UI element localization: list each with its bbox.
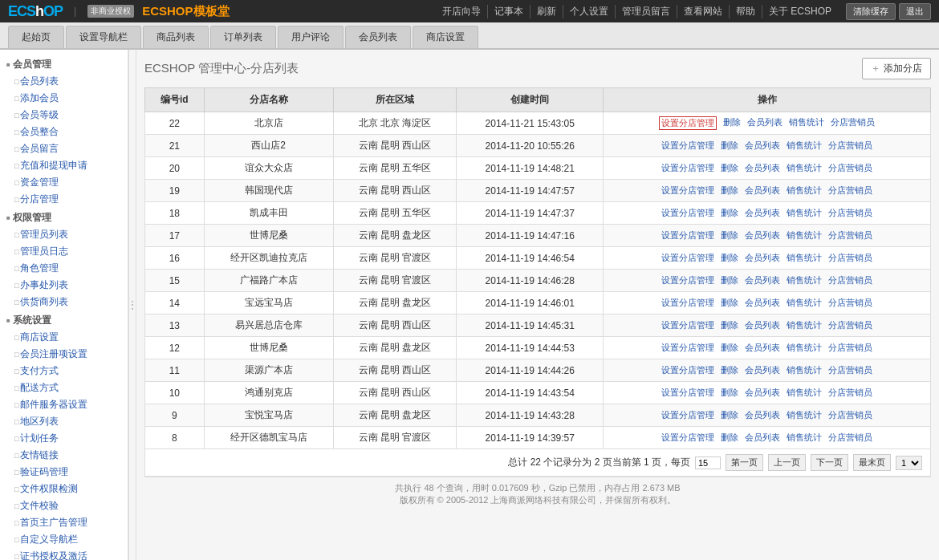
- sidebar-item-member-level[interactable]: 会员等级: [0, 107, 128, 124]
- topbar-link-about[interactable]: 关于 ECSHOP: [762, 5, 838, 18]
- action-link-2[interactable]: 会员列表: [745, 409, 780, 421]
- action-link-1[interactable]: 删除: [721, 207, 738, 219]
- action-link-0[interactable]: 设置分店管理: [661, 185, 714, 197]
- action-link-4[interactable]: 分店营销员: [828, 162, 872, 174]
- topbar-link-guide[interactable]: 开店向导: [436, 5, 488, 18]
- page-select[interactable]: 1 2: [896, 456, 922, 470]
- action-link-0[interactable]: 设置分店管理: [661, 252, 714, 264]
- sidebar-item-file-check[interactable]: 文件校验: [0, 497, 128, 514]
- action-link-1[interactable]: 删除: [721, 432, 738, 444]
- action-link-4[interactable]: 分店营销员: [828, 140, 872, 152]
- action-link-1[interactable]: 删除: [723, 116, 741, 130]
- action-link-3[interactable]: 销售统计: [789, 116, 824, 130]
- action-link-0[interactable]: 设置分店管理: [661, 432, 714, 444]
- sidebar-item-admin-log[interactable]: 管理员日志: [0, 243, 128, 260]
- action-link-2[interactable]: 会员列表: [745, 297, 780, 309]
- sidebar-item-member-reg[interactable]: 会员注册项设置: [0, 346, 128, 363]
- sidebar-item-admin-list[interactable]: 管理员列表: [0, 226, 128, 243]
- topbar-link-help[interactable]: 帮助: [730, 5, 762, 18]
- action-link-4[interactable]: 分店营销员: [828, 364, 872, 376]
- action-link-2[interactable]: 会员列表: [745, 162, 780, 174]
- topbar-link-settings[interactable]: 个人设置: [563, 5, 616, 18]
- action-link-0[interactable]: 设置分店管理: [661, 274, 714, 286]
- action-link-2[interactable]: 会员列表: [747, 116, 782, 130]
- action-link-4[interactable]: 分店营销员: [828, 409, 872, 421]
- action-link-0[interactable]: 设置分店管理: [661, 319, 714, 331]
- action-link-2[interactable]: 会员列表: [745, 342, 780, 354]
- action-link-1[interactable]: 删除: [721, 252, 738, 264]
- tab-store-settings[interactable]: 商店设置: [413, 26, 478, 48]
- add-branch-button[interactable]: 添加分店: [862, 58, 931, 79]
- action-setup-branch-highlighted[interactable]: 设置分店管理: [659, 116, 717, 130]
- action-link-4[interactable]: 分店营销员: [828, 229, 872, 241]
- topbar-link-notes[interactable]: 记事本: [488, 5, 530, 18]
- action-link-0[interactable]: 设置分店管理: [661, 297, 714, 309]
- action-link-2[interactable]: 会员列表: [745, 207, 780, 219]
- action-link-3[interactable]: 销售统计: [787, 252, 822, 264]
- action-link-1[interactable]: 删除: [721, 140, 738, 152]
- action-link-2[interactable]: 会员列表: [745, 432, 780, 444]
- action-link-3[interactable]: 销售统计: [787, 297, 822, 309]
- action-link-3[interactable]: 销售统计: [787, 274, 822, 286]
- sidebar-item-friend-links[interactable]: 友情链接: [0, 447, 128, 464]
- action-link-1[interactable]: 删除: [721, 162, 738, 174]
- sidebar-item-ads[interactable]: 首页主广告管理: [0, 514, 128, 531]
- sidebar-item-role-mgmt[interactable]: 角色管理: [0, 260, 128, 277]
- sidebar-item-member-message[interactable]: 会员留言: [0, 140, 128, 157]
- sidebar-item-shipping[interactable]: 配送方式: [0, 379, 128, 396]
- tab-user-comments[interactable]: 用户评论: [278, 26, 343, 48]
- action-link-2[interactable]: 会员列表: [745, 387, 780, 399]
- tab-product-list[interactable]: 商品列表: [143, 26, 209, 48]
- action-link-1[interactable]: 删除: [721, 319, 738, 331]
- sidebar-item-cron[interactable]: 计划任务: [0, 430, 128, 447]
- prev-page-button[interactable]: 上一页: [768, 454, 806, 471]
- action-link-0[interactable]: 设置分店管理: [661, 140, 714, 152]
- action-link-2[interactable]: 会员列表: [745, 364, 780, 376]
- topbar-link-messages[interactable]: 管理员留言: [616, 5, 677, 18]
- action-link-4[interactable]: 分店营销员: [828, 387, 872, 399]
- action-link-4[interactable]: 分店营销员: [828, 274, 872, 286]
- action-link-4[interactable]: 分店营销员: [828, 297, 872, 309]
- action-link-0[interactable]: 设置分店管理: [661, 207, 714, 219]
- sidebar-item-add-member[interactable]: 添加会员: [0, 90, 128, 107]
- action-link-4[interactable]: 分店营销员: [828, 185, 872, 197]
- sidebar-item-payment[interactable]: 支付方式: [0, 363, 128, 379]
- action-link-4[interactable]: 分店营销员: [828, 319, 872, 331]
- action-link-2[interactable]: 会员列表: [745, 252, 780, 264]
- action-link-1[interactable]: 删除: [721, 274, 738, 286]
- sidebar-item-custom-nav[interactable]: 自定义导航栏: [0, 531, 128, 548]
- action-link-3[interactable]: 销售统计: [787, 185, 822, 197]
- action-link-3[interactable]: 销售统计: [787, 342, 822, 354]
- action-link-2[interactable]: 会员列表: [745, 274, 780, 286]
- tab-order-list[interactable]: 订单列表: [210, 26, 276, 48]
- action-link-3[interactable]: 销售统计: [787, 162, 822, 174]
- action-link-3[interactable]: 销售统计: [787, 432, 822, 444]
- tab-home[interactable]: 起始页: [8, 26, 64, 48]
- sidebar-item-file-perms[interactable]: 文件权限检测: [0, 481, 128, 497]
- action-link-2[interactable]: 会员列表: [745, 140, 780, 152]
- clear-cache-button[interactable]: 清除缓存: [846, 3, 896, 20]
- action-link-3[interactable]: 销售统计: [787, 229, 822, 241]
- action-link-1[interactable]: 删除: [721, 409, 738, 421]
- sidebar-item-branch[interactable]: 分店管理: [0, 191, 128, 208]
- action-link-1[interactable]: 删除: [721, 364, 738, 376]
- sidebar-item-supplier-list[interactable]: 供货商列表: [0, 294, 128, 310]
- action-link-1[interactable]: 删除: [721, 185, 738, 197]
- logout-button[interactable]: 退出: [899, 3, 931, 20]
- action-link-3[interactable]: 销售统计: [787, 387, 822, 399]
- action-link-4[interactable]: 分店营销员: [828, 207, 872, 219]
- next-page-button[interactable]: 下一页: [811, 454, 848, 471]
- action-link-1[interactable]: 删除: [721, 297, 738, 309]
- action-link-0[interactable]: 设置分店管理: [661, 409, 714, 421]
- action-link-2[interactable]: 会员列表: [745, 229, 780, 241]
- action-link-2[interactable]: 会员列表: [745, 185, 780, 197]
- first-page-button[interactable]: 第一页: [726, 454, 763, 471]
- action-link-0[interactable]: 设置分店管理: [661, 387, 714, 399]
- action-link-4[interactable]: 分店营销员: [828, 432, 872, 444]
- action-link-3[interactable]: 销售统计: [787, 207, 822, 219]
- sidebar-resizer[interactable]: [128, 50, 136, 560]
- tab-nav-settings[interactable]: 设置导航栏: [66, 26, 141, 48]
- action-link-3[interactable]: 销售统计: [787, 409, 822, 421]
- topbar-link-refresh[interactable]: 刷新: [530, 5, 563, 18]
- sidebar-item-cert[interactable]: 证书授权及激活: [0, 548, 128, 560]
